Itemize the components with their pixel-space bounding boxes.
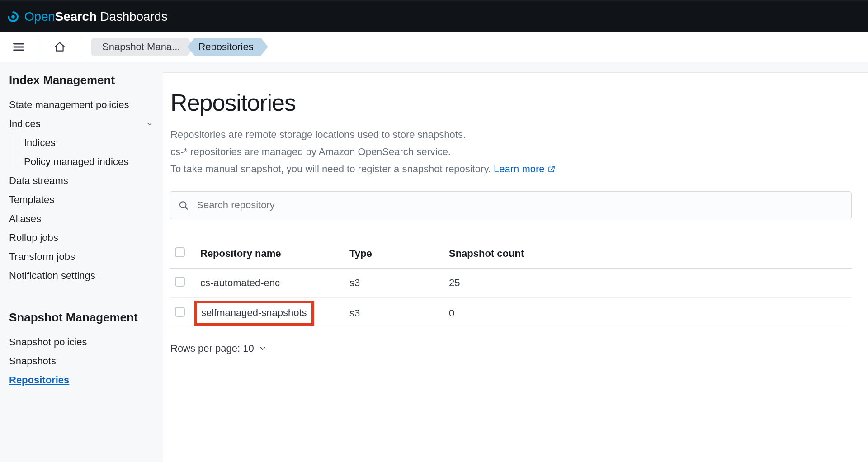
- home-button[interactable]: [50, 38, 69, 57]
- breadcrumb-label: Repositories: [198, 41, 253, 53]
- header-checkbox-cell: [170, 239, 195, 269]
- select-all-checkbox[interactable]: [175, 247, 185, 257]
- main-layout: Index Management State management polici…: [0, 62, 868, 462]
- opensearch-icon: [6, 10, 20, 24]
- sidebar-item-data-streams[interactable]: Data streams: [9, 171, 154, 190]
- divider: [39, 37, 39, 57]
- nav-row: Snapshot Mana... Repositories: [0, 32, 868, 62]
- row-checkbox[interactable]: [175, 307, 185, 317]
- home-icon: [54, 41, 66, 53]
- external-link-icon: [547, 162, 556, 178]
- table-row[interactable]: cs-automated-enc s3 25: [170, 269, 852, 298]
- sidebar: Index Management State management polici…: [0, 62, 163, 462]
- sidebar-indices-subgroup: Indices Policy managed indices: [11, 133, 154, 171]
- highlighted-repo-name: selfmanaged-snapshots: [194, 301, 314, 326]
- page-description-3: To take manual snapshot, you will need t…: [170, 161, 852, 178]
- col-header-count[interactable]: Snapshot count: [443, 239, 852, 269]
- learn-more-label: Learn more: [494, 163, 545, 174]
- sidebar-item-label: Templates: [9, 194, 54, 206]
- cell-repo-name: cs-automated-enc: [195, 269, 344, 298]
- sidebar-item-notification-settings[interactable]: Notification settings: [9, 266, 154, 285]
- sidebar-item-label: Indices: [9, 118, 41, 130]
- brand-logo[interactable]: OpenSearch Dashboards: [6, 9, 167, 24]
- sidebar-item-label: Notification settings: [9, 270, 95, 282]
- sidebar-item-label: Indices: [24, 137, 56, 149]
- brand-open: Open: [24, 9, 55, 24]
- table-row[interactable]: selfmanaged-snapshots s3 0: [170, 298, 852, 329]
- hamburger-icon: [12, 41, 25, 53]
- learn-more-link[interactable]: Learn more: [494, 163, 556, 174]
- sidebar-item-aliases[interactable]: Aliases: [9, 209, 154, 228]
- sidebar-item-label: State management policies: [9, 99, 129, 111]
- sidebar-item-label: Policy managed indices: [24, 156, 128, 168]
- top-bar: OpenSearch Dashboards: [0, 0, 868, 32]
- page-description-3-text: To take manual snapshot, you will need t…: [170, 163, 494, 174]
- breadcrumb-repositories[interactable]: Repositories: [187, 38, 268, 56]
- col-header-type[interactable]: Type: [344, 239, 443, 269]
- page-title: Repositories: [170, 89, 852, 116]
- sidebar-item-transform-jobs[interactable]: Transform jobs: [9, 247, 154, 266]
- sidebar-item-snapshots[interactable]: Snapshots: [9, 352, 154, 371]
- cell-repo-count: 25: [443, 269, 852, 298]
- hamburger-button[interactable]: [9, 38, 28, 57]
- svg-point-0: [11, 15, 15, 19]
- sidebar-item-repositories[interactable]: Repositories: [9, 371, 154, 390]
- breadcrumb-label: Snapshot Mana...: [102, 41, 180, 53]
- sidebar-item-indices[interactable]: Indices: [9, 114, 154, 133]
- svg-line-5: [185, 207, 187, 209]
- sidebar-item-label: Snapshot policies: [9, 336, 87, 348]
- sidebar-item-label: Snapshots: [9, 355, 56, 367]
- brand-search: Search: [55, 9, 97, 24]
- divider: [80, 37, 80, 57]
- cell-repo-type: s3: [344, 298, 443, 329]
- sidebar-item-label: Rollup jobs: [9, 232, 58, 244]
- sidebar-item-policy-managed-indices[interactable]: Policy managed indices: [20, 152, 154, 171]
- sidebar-item-templates[interactable]: Templates: [9, 190, 154, 209]
- cell-repo-name: selfmanaged-snapshots: [195, 298, 344, 329]
- rows-per-page-label: Rows per page: 10: [170, 343, 254, 354]
- content-panel: Repositories Repositories are remote sto…: [163, 72, 868, 462]
- table-header-row: Repository name Type Snapshot count: [170, 239, 852, 269]
- search-icon: [178, 200, 189, 211]
- row-checkbox[interactable]: [175, 277, 185, 287]
- search-input[interactable]: [197, 199, 843, 211]
- brand-dash: Dashboards: [97, 9, 168, 24]
- search-box[interactable]: [170, 191, 852, 219]
- chevron-down-icon: [259, 344, 267, 353]
- breadcrumb-snapshot-management[interactable]: Snapshot Mana...: [91, 38, 194, 56]
- repositories-table: Repository name Type Snapshot count cs-a…: [170, 239, 852, 329]
- sidebar-item-indices-sub[interactable]: Indices: [20, 133, 154, 152]
- rows-per-page-button[interactable]: Rows per page: 10: [170, 343, 852, 354]
- sidebar-item-label: Repositories: [9, 374, 69, 386]
- brand-text: OpenSearch Dashboards: [24, 9, 167, 24]
- chevron-down-icon: [146, 120, 154, 128]
- sidebar-item-snapshot-policies[interactable]: Snapshot policies: [9, 333, 154, 352]
- sidebar-heading-snapshot-management: Snapshot Management: [9, 311, 154, 325]
- col-header-name[interactable]: Repository name: [195, 239, 344, 269]
- sidebar-item-rollup-jobs[interactable]: Rollup jobs: [9, 228, 154, 247]
- cell-repo-count: 0: [443, 298, 852, 329]
- cell-repo-type: s3: [344, 269, 443, 298]
- sidebar-item-label: Transform jobs: [9, 251, 75, 263]
- sidebar-item-state-policies[interactable]: State management policies: [9, 95, 154, 114]
- sidebar-heading-index-management: Index Management: [9, 73, 154, 87]
- page-description-2: cs-* repositories are managed by Amazon …: [170, 144, 852, 160]
- page-description-1: Repositories are remote storage location…: [170, 127, 852, 142]
- sidebar-item-label: Data streams: [9, 175, 68, 187]
- sidebar-item-label: Aliases: [9, 213, 41, 225]
